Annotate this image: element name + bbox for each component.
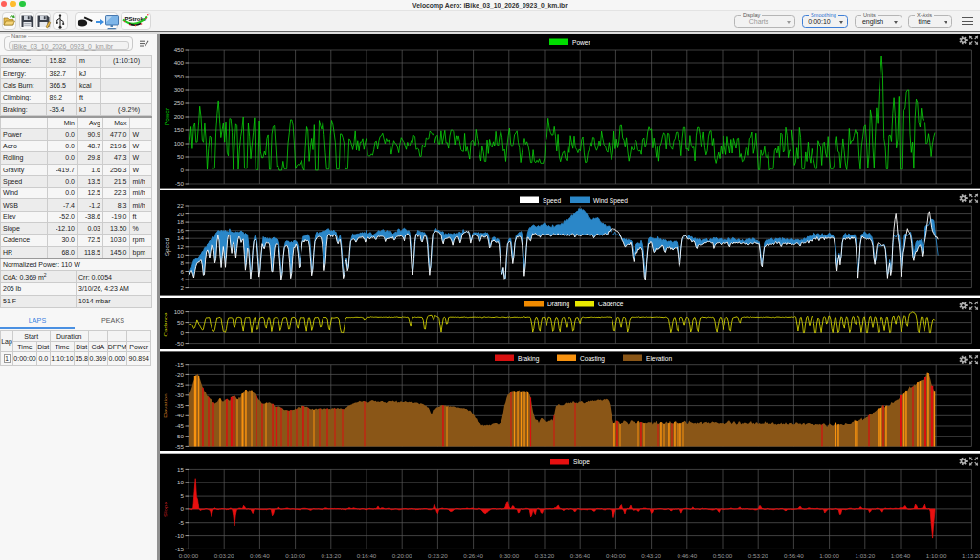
svg-text:1:06:40: 1:06:40 (890, 552, 910, 559)
svg-text:-35: -35 (175, 402, 185, 409)
svg-text:0:20:00: 0:20:00 (391, 552, 412, 559)
svg-text:Slope: Slope (162, 502, 168, 517)
svg-text:300: 300 (173, 86, 184, 93)
svg-text:6: 6 (180, 268, 184, 275)
svg-text:0:13:20: 0:13:20 (321, 552, 341, 559)
svg-text:-50: -50 (175, 180, 185, 187)
svg-text:0:00:00: 0:00:00 (178, 552, 198, 559)
svg-text:350: 350 (173, 73, 184, 79)
svg-text:-50: -50 (175, 433, 185, 439)
svg-text:10: 10 (177, 479, 184, 485)
svg-text:2: 2 (180, 284, 184, 291)
svg-text:-50: -50 (175, 340, 185, 347)
svg-text:0: 0 (180, 505, 184, 512)
svg-text:Slope: Slope (573, 459, 590, 466)
svg-text:1:10:00: 1:10:00 (925, 552, 946, 559)
svg-text:50: 50 (177, 153, 184, 160)
svg-text:Power: Power (164, 107, 170, 125)
svg-text:18: 18 (177, 218, 184, 225)
svg-text:Cadence: Cadence (598, 301, 624, 307)
svg-text:-10: -10 (175, 532, 185, 539)
svg-text:-5: -5 (178, 519, 184, 526)
svg-text:0:26:40: 0:26:40 (463, 552, 483, 559)
svg-text:16: 16 (177, 227, 184, 234)
svg-text:14: 14 (177, 235, 184, 241)
svg-text:Wind Speed: Wind Speed (593, 197, 628, 205)
svg-text:0:03:20: 0:03:20 (213, 552, 234, 559)
svg-text:Cadence: Cadence (162, 312, 168, 336)
svg-text:1:03:20: 1:03:20 (855, 552, 875, 559)
svg-text:-15: -15 (175, 361, 185, 368)
svg-text:12: 12 (177, 243, 184, 250)
svg-text:15: 15 (177, 466, 184, 473)
svg-text:Braking: Braking (518, 355, 540, 363)
svg-text:0:36:40: 0:36:40 (569, 552, 590, 559)
svg-text:100: 100 (173, 308, 184, 315)
svg-text:-15: -15 (175, 546, 185, 552)
svg-text:20: 20 (177, 211, 184, 217)
svg-text:0:50:00: 0:50:00 (712, 552, 732, 559)
svg-text:Elevation: Elevation (162, 393, 168, 418)
svg-text:8: 8 (180, 259, 184, 266)
svg-text:0: 0 (180, 167, 184, 173)
svg-text:Speed: Speed (164, 237, 171, 256)
svg-text:10: 10 (177, 252, 184, 258)
svg-text:400: 400 (173, 59, 184, 66)
svg-text:0:56:40: 0:56:40 (784, 552, 804, 559)
svg-text:-25: -25 (175, 381, 185, 388)
svg-text:Drafting: Drafting (547, 301, 569, 308)
svg-text:0:16:40: 0:16:40 (356, 552, 376, 559)
svg-text:0:43:20: 0:43:20 (641, 552, 661, 559)
svg-text:0:10:00: 0:10:00 (285, 552, 305, 559)
svg-text:200: 200 (173, 113, 184, 120)
svg-text:150: 150 (173, 126, 184, 133)
svg-text:1:00:00: 1:00:00 (819, 552, 839, 559)
svg-text:Elevation: Elevation (646, 355, 672, 362)
svg-text:50: 50 (177, 319, 184, 325)
svg-text:4: 4 (180, 276, 184, 282)
svg-text:450: 450 (173, 46, 184, 53)
svg-text:Power: Power (572, 39, 590, 46)
svg-text:5: 5 (180, 492, 184, 499)
svg-text:-30: -30 (175, 392, 185, 398)
svg-text:1:13:20: 1:13:20 (962, 552, 980, 559)
svg-text:0:06:40: 0:06:40 (250, 552, 270, 559)
svg-text:-40: -40 (175, 412, 185, 418)
svg-text:0:23:20: 0:23:20 (428, 552, 448, 559)
svg-text:0:40:00: 0:40:00 (606, 552, 626, 559)
svg-text:22: 22 (177, 202, 184, 209)
svg-text:0:46:40: 0:46:40 (677, 552, 697, 559)
svg-text:-45: -45 (175, 422, 185, 429)
svg-text:250: 250 (173, 100, 184, 106)
svg-text:-20: -20 (175, 371, 185, 378)
svg-text:0:33:20: 0:33:20 (534, 552, 554, 559)
svg-text:0:53:20: 0:53:20 (747, 552, 768, 559)
svg-text:100: 100 (173, 140, 184, 146)
svg-text:0:30:00: 0:30:00 (499, 552, 519, 559)
svg-text:0: 0 (180, 329, 184, 336)
svg-text:-55: -55 (175, 443, 185, 450)
svg-text:Coasting: Coasting (580, 355, 605, 363)
svg-text:Speed: Speed (543, 197, 561, 205)
